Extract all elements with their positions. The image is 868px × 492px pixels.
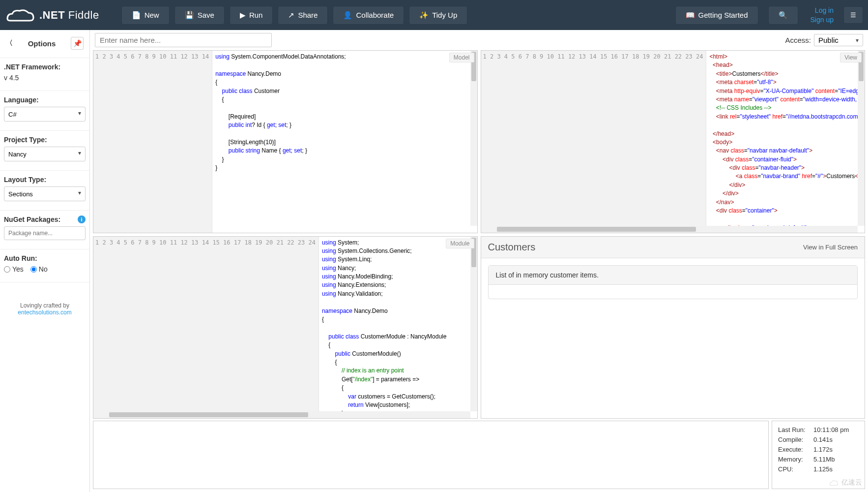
stat-lastrun-value: 10:11:08 pm [813, 426, 849, 433]
pane-label-module[interactable]: Module [446, 239, 474, 248]
new-button[interactable]: 📄New [121, 6, 170, 25]
scrollbar-vertical[interactable] [470, 51, 477, 226]
stat-cpu-label: CPU: [778, 465, 813, 473]
language-select[interactable]: C# [4, 107, 86, 122]
code-editor-view[interactable]: <html> <head> <title>Customers</title> <… [706, 51, 865, 233]
brand-text: .NET Fiddle [39, 9, 99, 22]
login-link[interactable]: Log in [815, 6, 834, 15]
stats-pane: Last Run:10:11:08 pm Compile:0.141s Exec… [772, 421, 865, 489]
pane-label-model[interactable]: Model [449, 53, 474, 62]
brand-logo[interactable]: .NET Fiddle [5, 8, 99, 23]
credit-text: Lovingly crafted by entechsolutions.com [4, 287, 86, 321]
wand-icon: ✨ [419, 11, 429, 20]
access-label: Access: [785, 36, 811, 44]
output-pane: Customers View in Full Screen List of in… [481, 236, 866, 419]
panel-heading: List of in memory customer items. [489, 266, 858, 285]
cloud-icon [5, 8, 35, 23]
pin-icon: 📌 [73, 39, 82, 47]
nuget-package-input[interactable] [4, 226, 86, 240]
user-icon: 👤 [343, 11, 352, 20]
fiddle-name-input[interactable] [95, 33, 272, 47]
autorun-label: Auto Run: [4, 254, 86, 262]
search-button[interactable]: 🔍 [768, 6, 798, 25]
autorun-yes-radio[interactable]: Yes [4, 265, 24, 273]
save-button[interactable]: 💾Save [174, 6, 225, 25]
stat-compile-label: Compile: [778, 436, 813, 443]
main-area: Access: Public Model 1 2 3 4 5 6 7 8 9 1… [90, 30, 868, 492]
pane-label-view[interactable]: View [840, 53, 862, 62]
language-label: Language: [4, 96, 86, 104]
layout-type-label: Layout Type: [4, 176, 86, 184]
signup-link[interactable]: Sign up [810, 15, 834, 24]
scrollbar-horizontal[interactable] [496, 226, 858, 233]
stat-compile-value: 0.141s [813, 436, 833, 443]
line-gutter: 1 2 3 4 5 6 7 8 9 10 11 12 13 14 15 16 1… [481, 51, 707, 233]
save-icon: 💾 [185, 11, 194, 20]
access-select[interactable]: Public [814, 34, 863, 46]
code-editor-model[interactable]: using System.ComponentModel.DataAnnotati… [212, 51, 477, 233]
stat-execute-label: Execute: [778, 446, 813, 453]
stat-memory-value: 5.11Mb [813, 456, 835, 463]
share-button[interactable]: ↗Share [278, 6, 328, 25]
back-chevron-icon[interactable]: 〈 [6, 39, 13, 48]
scrollbar-horizontal[interactable] [108, 411, 470, 418]
sidebar-title: Options [13, 39, 71, 48]
search-icon: 🔍 [779, 11, 788, 20]
view-editor-pane: View 1 2 3 4 5 6 7 8 9 10 11 12 13 14 15… [481, 50, 866, 233]
code-editor-module[interactable]: using System; using System.Collections.G… [319, 237, 477, 419]
scrollbar-vertical[interactable] [858, 51, 865, 226]
menu-toggle[interactable]: ☰ [843, 6, 863, 24]
stat-cpu-value: 1.125s [813, 465, 833, 473]
stat-lastrun-label: Last Run: [778, 426, 813, 433]
layout-type-select[interactable]: Sections [4, 186, 86, 201]
hamburger-icon: ☰ [850, 11, 856, 19]
line-gutter: 1 2 3 4 5 6 7 8 9 10 11 12 13 14 [93, 51, 212, 233]
pin-button[interactable]: 📌 [71, 37, 84, 50]
getting-started-button[interactable]: 📖Getting Started [675, 6, 758, 25]
top-navbar: .NET Fiddle 📄New 💾Save ▶Run ↗Share 👤Coll… [0, 0, 868, 30]
info-icon[interactable]: i [78, 215, 86, 223]
file-icon: 📄 [132, 11, 141, 20]
auth-links: Log in Sign up [810, 6, 834, 24]
output-title: Customers [488, 242, 536, 253]
play-icon: ▶ [240, 11, 246, 20]
share-icon: ↗ [288, 11, 294, 20]
model-editor-pane: Model 1 2 3 4 5 6 7 8 9 10 11 12 13 14 u… [93, 50, 478, 233]
collaborate-button[interactable]: 👤Collaborate [333, 6, 404, 25]
options-sidebar: 〈 Options 📌 .NET Framework: v 4.5 Langua… [0, 30, 90, 492]
tidy-button[interactable]: ✨Tidy Up [409, 6, 467, 25]
stat-memory-label: Memory: [778, 456, 813, 463]
stat-execute-value: 1.172s [813, 446, 833, 453]
credit-link[interactable]: entechsolutions.com [18, 309, 71, 316]
run-button[interactable]: ▶Run [230, 6, 273, 25]
view-fullscreen-link[interactable]: View in Full Screen [803, 244, 858, 251]
customers-panel: List of in memory customer items. [488, 265, 858, 299]
scrollbar-vertical[interactable] [470, 237, 477, 412]
console-pane[interactable] [93, 421, 769, 489]
framework-value: v 4.5 [4, 74, 86, 82]
autorun-no-radio[interactable]: No [30, 265, 48, 273]
module-editor-pane: Module 1 2 3 4 5 6 7 8 9 10 11 12 13 14 … [93, 236, 478, 419]
nuget-label: NuGet Packages:i [4, 215, 86, 223]
project-type-label: Project Type: [4, 136, 86, 144]
line-gutter: 1 2 3 4 5 6 7 8 9 10 11 12 13 14 15 16 1… [93, 237, 319, 419]
framework-label: .NET Framework: [4, 63, 86, 71]
book-icon: 📖 [686, 11, 695, 20]
project-type-select[interactable]: Nancy [4, 147, 86, 161]
